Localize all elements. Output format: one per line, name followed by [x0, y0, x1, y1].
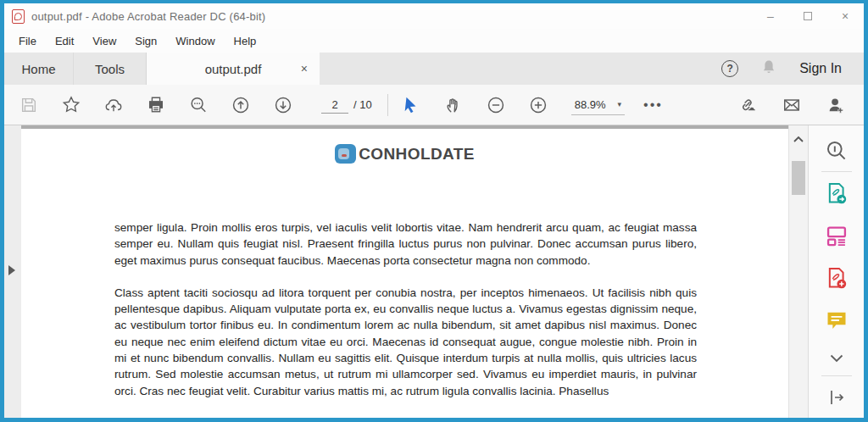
close-button[interactable]: ×: [826, 3, 864, 29]
pdf-app-icon: [12, 9, 25, 24]
export-pdf-icon[interactable]: [825, 181, 849, 205]
previous-page-icon[interactable]: [231, 96, 250, 114]
find-in-document-icon[interactable]: [825, 139, 849, 162]
edit-pdf-icon[interactable]: [825, 224, 849, 247]
tab-close-icon[interactable]: ×: [301, 62, 308, 75]
email-icon[interactable]: [782, 96, 801, 114]
more-tools-icon[interactable]: •••: [643, 96, 663, 114]
sidebar-divider: [821, 171, 852, 172]
share-link-icon[interactable]: [738, 96, 757, 114]
sidebar-bottom: [821, 366, 852, 409]
more-tools-chevron-icon[interactable]: [825, 351, 849, 366]
window-title: output.pdf - Adobe Acrobat Reader DC (64…: [31, 10, 265, 23]
help-icon[interactable]: ?: [721, 60, 738, 77]
acrobat-window: output.pdf - Adobe Acrobat Reader DC (64…: [0, 0, 868, 422]
add-user-icon[interactable]: [826, 96, 845, 114]
title-bar: output.pdf - Adobe Acrobat Reader DC (64…: [4, 3, 864, 29]
conholdate-logo-text: CONHOLDATE: [359, 145, 475, 164]
tab-bar-right: ? Sign In: [721, 53, 864, 85]
menu-file[interactable]: File: [9, 35, 46, 47]
menu-bar: File Edit View Sign Window Help: [4, 29, 864, 53]
sidebar-divider-bottom: [821, 375, 852, 376]
menu-view[interactable]: View: [83, 35, 125, 47]
zoom-level-value: 88.9%: [575, 98, 606, 111]
menu-sign[interactable]: Sign: [125, 35, 166, 47]
page-number-input[interactable]: [321, 97, 348, 114]
content-area: CONHOLDATE semper ligula. Proin mollis e…: [4, 125, 864, 418]
document-viewport[interactable]: CONHOLDATE semper ligula. Proin mollis e…: [21, 125, 788, 418]
tools-sidebar: [808, 125, 864, 418]
conholdate-logo-icon: [335, 144, 356, 164]
maximize-button[interactable]: [789, 3, 826, 29]
create-pdf-icon[interactable]: [825, 266, 849, 290]
tab-home[interactable]: Home: [4, 53, 74, 85]
comment-icon[interactable]: [825, 308, 849, 332]
bookmark-star-icon[interactable]: [62, 96, 81, 114]
pdf-page: CONHOLDATE semper ligula. Proin mollis e…: [21, 144, 788, 418]
hand-tool-icon[interactable]: [444, 96, 463, 114]
zoom-out-icon[interactable]: [487, 96, 505, 114]
sign-in-button[interactable]: Sign In: [799, 61, 842, 76]
paragraph-2: Class aptent taciti sociosqu ad litora t…: [114, 285, 697, 399]
main-toolbar: / 10 88.9% ▾ •••: [4, 85, 864, 125]
tab-document[interactable]: output.pdf ×: [147, 53, 320, 85]
search-icon[interactable]: [189, 96, 208, 114]
scroll-up-icon[interactable]: [793, 130, 804, 146]
tab-bar: Home Tools output.pdf × ? Sign In: [4, 53, 864, 85]
document-text: semper ligula. Proin mollis eros turpis,…: [114, 219, 697, 399]
toolbar-separator: [387, 94, 388, 116]
window-controls: – ×: [752, 3, 864, 29]
maximize-icon: [804, 12, 812, 20]
expand-nav-pane-icon[interactable]: [8, 265, 15, 275]
save-icon[interactable]: [19, 96, 38, 114]
paragraph-1: semper ligula. Proin mollis eros turpis,…: [114, 219, 697, 269]
vertical-scrollbar[interactable]: [788, 125, 808, 418]
minimize-button[interactable]: –: [752, 3, 789, 29]
zoom-in-icon[interactable]: [529, 96, 548, 114]
toolbar-right: [738, 96, 849, 114]
tab-document-label: output.pdf: [205, 62, 262, 76]
menu-window[interactable]: Window: [166, 35, 224, 47]
scrollbar-thumb[interactable]: [792, 161, 805, 195]
document-logo: CONHOLDATE: [21, 144, 788, 164]
chevron-down-icon: ▾: [618, 100, 622, 108]
select-tool-icon[interactable]: [402, 96, 420, 114]
open-tools-pane-icon[interactable]: [825, 386, 849, 409]
page-total-label: / 10: [353, 98, 372, 111]
cloud-upload-icon[interactable]: [104, 96, 123, 114]
menu-edit[interactable]: Edit: [46, 35, 83, 47]
tab-tools[interactable]: Tools: [74, 53, 147, 85]
print-icon[interactable]: [147, 96, 165, 114]
navigation-pane-strip: [4, 125, 21, 418]
menu-help[interactable]: Help: [225, 35, 266, 47]
notifications-bell-icon[interactable]: [760, 58, 777, 79]
next-page-icon[interactable]: [274, 96, 292, 114]
zoom-level-control[interactable]: 88.9% ▾: [571, 95, 625, 115]
